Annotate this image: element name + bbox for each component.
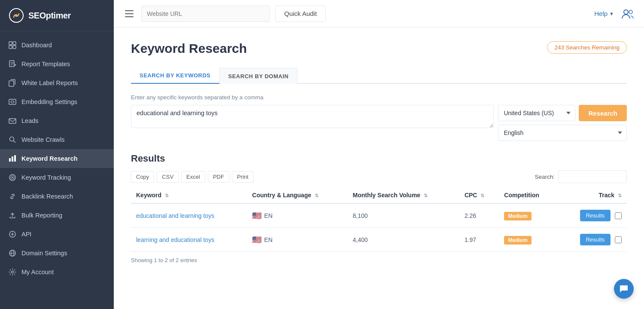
col-cpc: CPC ⇅	[459, 187, 499, 203]
sidebar-label-backlink-research: Backlink Research	[21, 193, 73, 200]
sidebar-item-backlink-research[interactable]: Backlink Research	[0, 187, 114, 206]
sidebar-label-white-label-reports: White Label Reports	[21, 80, 78, 86]
language-select[interactable]: EnglishSpanishFrenchGerman	[498, 125, 627, 141]
sidebar-item-website-crawls[interactable]: Website Crawls	[0, 130, 114, 149]
upload-icon	[9, 211, 16, 219]
research-button[interactable]: Research	[579, 105, 627, 121]
sidebar-label-website-crawls: Website Crawls	[21, 136, 64, 143]
sidebar-label-leads: Leads	[21, 117, 39, 124]
file-edit-icon	[9, 60, 16, 68]
seoptimer-logo-icon	[9, 8, 24, 23]
svg-rect-8	[9, 99, 16, 104]
sidebar-item-api[interactable]: API	[0, 225, 114, 244]
sidebar-item-keyword-research[interactable]: Keyword Research	[0, 149, 114, 168]
track-sort-icon: ⇅	[618, 193, 622, 199]
hamburger-button[interactable]	[122, 8, 136, 20]
country-sort-icon: ⇅	[315, 193, 319, 199]
export-copy-button[interactable]: Copy	[131, 171, 154, 183]
chevron-down-icon: ▼	[609, 11, 614, 16]
search-circle-icon	[9, 136, 16, 144]
row-1-competition-badge: Medium	[504, 236, 531, 245]
sidebar-item-report-templates[interactable]: Report Templates	[0, 55, 114, 73]
col-country-language: Country & Language ⇅	[247, 187, 347, 203]
help-button[interactable]: Help ▼	[594, 10, 614, 17]
showing-entries-text: Showing 1 to 2 of 2 entries	[131, 257, 627, 263]
results-table: Keyword ⇅ Country & Language ⇅ Monthly S…	[131, 187, 627, 252]
sidebar-nav: DashboardReport TemplatesWhite Label Rep…	[0, 31, 114, 309]
row-1-keyword: learning and educational toys	[131, 228, 247, 252]
sidebar-label-my-account: My Account	[21, 269, 54, 275]
sidebar: SEOptimer DashboardReport TemplatesWhite…	[0, 0, 114, 309]
sidebar-item-white-label-reports[interactable]: White Label Reports	[0, 73, 114, 92]
table-actions: CopyCSVExcelPDFPrint Search:	[131, 170, 627, 183]
row-1-keyword-link[interactable]: learning and educational toys	[136, 236, 214, 243]
export-buttons: CopyCSVExcelPDFPrint	[131, 171, 254, 183]
svg-point-16	[12, 177, 13, 178]
file-copy-icon	[9, 79, 16, 87]
chat-bubble-button[interactable]	[614, 279, 634, 299]
svg-rect-4	[9, 46, 12, 49]
row-1-competition: Medium	[499, 228, 559, 252]
row-0-results-button[interactable]: Results	[580, 210, 611, 221]
col-monthly-search-volume: Monthly Search Volume ⇅	[348, 187, 459, 203]
row-0-competition-badge: Medium	[504, 212, 531, 220]
svg-point-21	[624, 10, 628, 14]
grid-icon	[9, 41, 16, 49]
topbar-right: Help ▼	[594, 6, 635, 21]
header-row: Keyword ⇅ Country & Language ⇅ Monthly S…	[131, 187, 627, 203]
sidebar-item-bulk-reporting[interactable]: Bulk Reporting	[0, 206, 114, 225]
sidebar-label-bulk-reporting: Bulk Reporting	[21, 212, 62, 219]
row-0-keyword: educational and learning toys	[131, 203, 247, 228]
topbar: Quick Audit Help ▼	[114, 0, 644, 28]
website-url-input[interactable]	[141, 6, 270, 22]
col-competition: Competition	[499, 187, 559, 203]
row-0-monthly-search-volume: 8,100	[348, 203, 459, 228]
logo-area: SEOptimer	[0, 0, 114, 31]
svg-rect-11	[9, 158, 11, 162]
mail-icon	[9, 117, 16, 125]
row-1-results-button[interactable]: Results	[580, 234, 611, 245]
search-controls: United States (US)United Kingdom (UK)Can…	[498, 105, 627, 141]
target-icon	[9, 174, 16, 181]
users-icon[interactable]	[620, 6, 635, 21]
sidebar-item-keyword-tracking[interactable]: Keyword Tracking	[0, 168, 114, 187]
svg-point-20	[12, 271, 14, 273]
volume-sort-icon: ⇅	[424, 193, 428, 199]
page-title: Keyword Research	[131, 41, 247, 56]
table-search-input[interactable]	[558, 170, 627, 183]
export-excel-button[interactable]: Excel	[181, 171, 205, 183]
sidebar-item-leads[interactable]: Leads	[0, 111, 114, 130]
sidebar-item-dashboard[interactable]: Dashboard	[0, 36, 114, 55]
svg-point-22	[629, 10, 632, 14]
sidebar-label-domain-settings: Domain Settings	[21, 250, 67, 257]
svg-rect-12	[12, 156, 13, 162]
keyword-input[interactable]	[131, 105, 494, 128]
svg-rect-7	[9, 81, 14, 86]
row-1-country-language: 🇺🇸EN	[247, 228, 347, 252]
cpc-sort-icon: ⇅	[480, 193, 484, 199]
row-1-track-checkbox[interactable]	[615, 236, 622, 243]
search-label: Search:	[535, 174, 555, 180]
tab-search-by-keywords[interactable]: SEARCH BY KEYWORDS	[131, 68, 219, 84]
sidebar-item-my-account[interactable]: My Account	[0, 263, 114, 281]
sidebar-item-domain-settings[interactable]: Domain Settings	[0, 244, 114, 263]
search-hint: Enter any specific keywords separated by…	[131, 94, 627, 101]
export-print-button[interactable]: Print	[232, 171, 254, 183]
export-pdf-button[interactable]: PDF	[208, 171, 229, 183]
col-track: Track ⇅	[559, 187, 627, 203]
sidebar-label-api: API	[21, 231, 31, 238]
export-csv-button[interactable]: CSV	[157, 171, 179, 183]
country-select[interactable]: United States (US)United Kingdom (UK)Can…	[498, 105, 575, 121]
row-0-keyword-link[interactable]: educational and learning toys	[136, 212, 214, 219]
col-keyword: Keyword ⇅	[131, 187, 247, 203]
table-row: educational and learning toys🇺🇸EN8,1002.…	[131, 203, 627, 228]
sidebar-label-dashboard: Dashboard	[21, 42, 52, 49]
sidebar-item-embedding-settings[interactable]: Embedding Settings	[0, 92, 114, 111]
row-0-lang: EN	[264, 212, 272, 219]
row-0-track-checkbox[interactable]	[615, 212, 622, 219]
logo-text: SEOptimer	[28, 11, 71, 21]
us-flag-icon: 🇺🇸	[252, 235, 261, 245]
row-0-competition: Medium	[499, 203, 559, 228]
tab-search-by-domain[interactable]: SEARCH BY DOMAIN	[219, 68, 298, 84]
quick-audit-button[interactable]: Quick Audit	[275, 6, 326, 22]
